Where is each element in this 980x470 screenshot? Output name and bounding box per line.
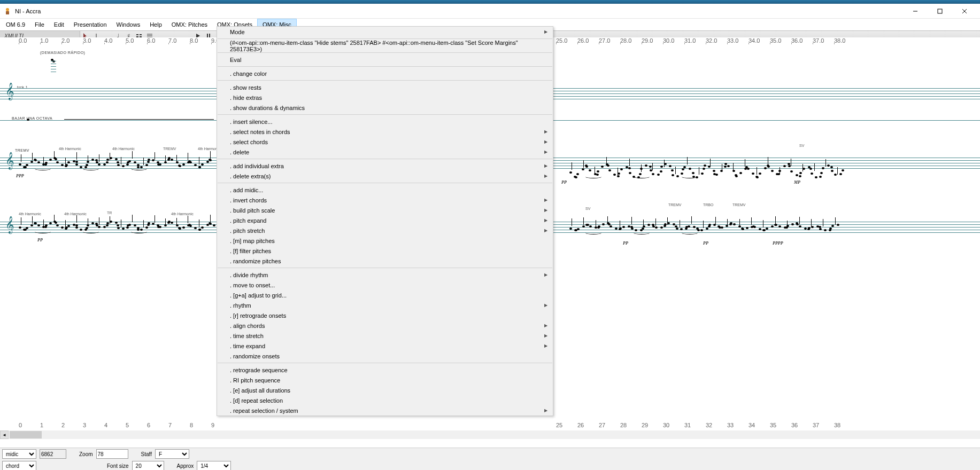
submenu-arrow-icon: ▶ — [544, 163, 547, 168]
scroll-thumb[interactable] — [10, 431, 42, 438]
submenu-arrow-icon: ▶ — [544, 343, 547, 348]
dropdown-item[interactable]: . time expand▶ — [217, 341, 553, 351]
dropdown-item[interactable]: . add individual extra▶ — [217, 161, 553, 171]
dropdown-item[interactable]: . randomize pitches — [217, 256, 553, 266]
dropdown-item[interactable]: . pitch stretch▶ — [217, 225, 553, 236]
dropdown-item[interactable]: . show rests — [217, 82, 553, 92]
h-scrollbar[interactable]: ◄ — [0, 430, 980, 439]
dropdown-item[interactable]: . retrograde sequence — [217, 365, 553, 375]
menu-file[interactable]: File — [30, 19, 49, 30]
fontsize-select[interactable]: 20 — [132, 461, 164, 470]
statusbar: midic Zoom Staff F chord Font size 20 Ap… — [0, 448, 980, 470]
fontsize-label: Font size — [107, 463, 129, 469]
dropdown-item[interactable]: . change color — [217, 68, 553, 79]
dropdown-item[interactable]: (#<om-api::om-menu-item-class "Hide stem… — [217, 41, 553, 51]
annotation-sv: SV — [799, 144, 804, 147]
dropdown-item[interactable]: . select chords▶ — [217, 137, 553, 147]
submenu-arrow-icon: ▶ — [544, 333, 547, 338]
treble-clef-icon: 𝄞 — [5, 83, 14, 100]
window-title: NI - Accra — [15, 8, 903, 14]
scroll-left-button[interactable]: ◄ — [0, 430, 9, 439]
dropdown-separator — [218, 363, 552, 363]
close-button[interactable] — [952, 4, 977, 19]
submenu-arrow-icon: ▶ — [544, 29, 547, 34]
annotation-tr: TR — [107, 211, 112, 215]
titlebar: NI - Accra — [0, 4, 980, 19]
zoom-input[interactable] — [96, 449, 128, 459]
submenu-arrow-icon: ▶ — [544, 303, 547, 308]
annotation-4th-harmonic-6: 4th Harmonic — [171, 212, 194, 216]
dropdown-item[interactable]: Mode▶ — [217, 27, 553, 37]
status-row-1: midic Zoom Staff F — [0, 448, 980, 460]
dropdown-item[interactable]: . time stretch▶ — [217, 331, 553, 341]
svg-rect-6 — [136, 34, 138, 35]
staff-label: Staff — [141, 451, 152, 457]
dynamic-pp-1: PP — [37, 238, 43, 242]
svg-rect-3 — [938, 9, 942, 13]
menu-windows[interactable]: Windows — [112, 19, 145, 30]
menu-presentation[interactable]: Presentation — [69, 19, 112, 30]
submenu-arrow-icon: ▶ — [544, 129, 547, 134]
menu-edit[interactable]: Edit — [49, 19, 69, 30]
dropdown-item[interactable]: Eval — [217, 54, 553, 65]
treble-clef-icon-3: 𝄞 — [5, 216, 14, 234]
annotation-tremv-3: TREMV — [732, 203, 746, 207]
dropdown-item[interactable]: . move to onset... — [217, 280, 553, 290]
chord-select[interactable]: chord — [2, 461, 36, 470]
menu-omx-pitches[interactable]: OMX: Pitches — [167, 19, 212, 30]
dropdown-item[interactable]: . select notes in chords▶ — [217, 127, 553, 137]
treble-clef-icon-2: 𝄞 — [5, 152, 14, 170]
track-label-3: TREMV — [15, 148, 29, 152]
staff-2-line-right[interactable] — [553, 120, 980, 123]
zoom-label: Zoom — [79, 451, 93, 457]
svg-rect-7 — [140, 34, 142, 35]
dynamic-ppp: PPP — [16, 174, 24, 178]
mode-select[interactable]: midic — [2, 449, 36, 459]
dropdown-item[interactable]: . repeat selection / system▶ — [217, 405, 553, 416]
menu-help[interactable]: Help — [145, 19, 167, 30]
submenu-arrow-icon: ▶ — [544, 208, 547, 213]
submenu-arrow-icon: ▶ — [544, 323, 547, 328]
dropdown-item[interactable]: . [e] adjust all durations — [217, 385, 553, 395]
dropdown-item[interactable]: . add midic... — [217, 185, 553, 195]
dropdown-item[interactable]: . randomize onsets — [217, 351, 553, 361]
approx-select[interactable]: 1/4 — [197, 461, 231, 470]
dropdown-item[interactable]: . invert chords▶ — [217, 195, 553, 205]
dropdown-item[interactable]: . [g+a] adjust to grid... — [217, 290, 553, 300]
dynamic-mp: MP — [794, 180, 800, 185]
submenu-arrow-icon: ▶ — [544, 408, 547, 413]
dropdown-item[interactable]: . pitch expand▶ — [217, 215, 553, 225]
note-cluster-0 — [51, 59, 56, 68]
midic-input[interactable] — [40, 449, 66, 459]
dropdown-item[interactable]: . delete extra(s)▶ — [217, 171, 553, 181]
dropdown-item[interactable]: . [r] retrograde onsets — [217, 310, 553, 320]
staff-3-right[interactable]: PP MP SV — [553, 147, 980, 160]
dropdown-item[interactable]: . [m] map pitches — [217, 236, 553, 246]
dropdown-item[interactable]: . insert silence... — [217, 116, 553, 127]
annotation-trbo: TRBO — [703, 203, 713, 207]
annotation-4th-harmonic-2: 4th Harmonic — [112, 147, 135, 151]
dropdown-item[interactable]: . [d] repeat selection — [217, 395, 553, 405]
dropdown-item[interactable]: . build pitch scale▶ — [217, 205, 553, 215]
dropdown-item[interactable]: . show durations & dynamics — [217, 103, 553, 113]
approx-label: Approx — [177, 463, 194, 469]
staff-select[interactable]: F — [155, 449, 189, 459]
dropdown-item[interactable]: . hide extras — [217, 92, 553, 103]
dynamic-pp-2: PP — [561, 180, 567, 185]
maximize-button[interactable] — [928, 4, 952, 19]
dropdown-item[interactable]: . divide rhythm▶ — [217, 270, 553, 280]
dropdown-item[interactable]: . delete▶ — [217, 147, 553, 157]
dynamic-pp-4: PP — [703, 241, 708, 246]
dropdown-item[interactable]: . align chords▶ — [217, 320, 553, 331]
annotation-4th-harmonic-4: 4th Harmonic — [19, 212, 41, 216]
status-row-2: chord Font size 20 Approx 1/4 — [0, 460, 980, 470]
minimize-button[interactable] — [903, 4, 928, 19]
dropdown-item[interactable]: . [f] filter pitches — [217, 246, 553, 256]
annotation-sv-2: SV — [585, 207, 590, 210]
dropdown-item[interactable]: . RI pitch sequence — [217, 375, 553, 385]
menu-om[interactable]: OM 6.9 — [1, 19, 30, 30]
dropdown-item[interactable]: . rhythm▶ — [217, 300, 553, 310]
annotation-4th-harmonic-5: 4th Harmonic — [64, 212, 87, 216]
time-ruler-bottom[interactable]: 01234567892526272829303132333435363738 — [0, 422, 980, 430]
window-top-border — [0, 0, 980, 4]
